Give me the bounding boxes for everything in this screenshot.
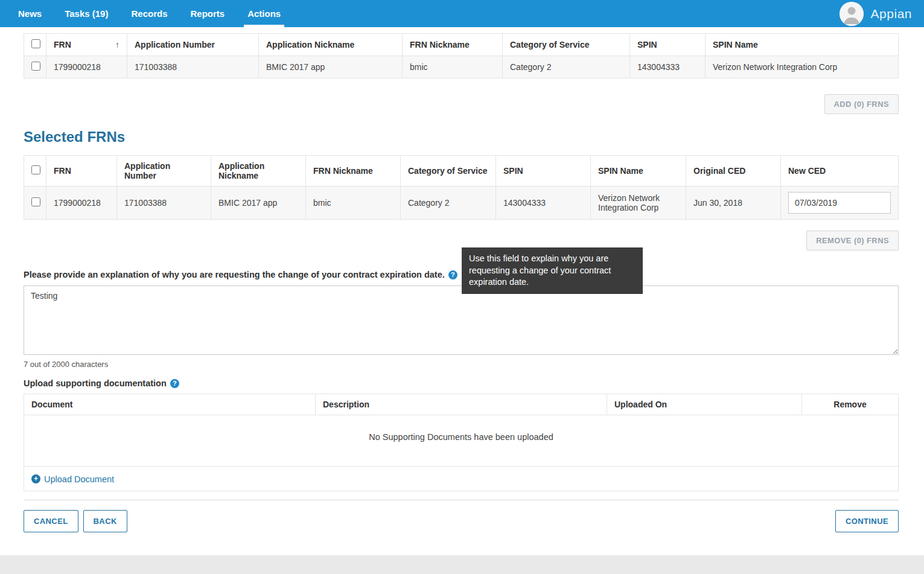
selected-header-frn: FRN: [46, 156, 117, 187]
nav-item-tasks[interactable]: Tasks (19): [61, 0, 112, 27]
results-cell-frn-nickname: bmic: [403, 56, 503, 78]
remove-frns-button[interactable]: REMOVE (0) FRNS: [806, 231, 899, 250]
results-cell-frn: 1799000218: [46, 56, 127, 78]
main-content: FRN ↑ Application Number Application Nic…: [0, 27, 924, 555]
selected-header-spin: SPIN: [496, 156, 591, 187]
selected-cell-spin-name: Verizon Network Integration Corp: [591, 187, 686, 220]
character-count: 7 out of 2000 characters: [24, 360, 899, 369]
documents-header-description: Description: [316, 394, 607, 415]
plus-icon: +: [31, 474, 40, 483]
selected-header-application-number: Application Number: [117, 156, 211, 187]
results-header-spin-name: SPIN Name: [706, 34, 899, 56]
selected-cell-spin: 143004333: [496, 187, 591, 220]
upload-documentation-label: Upload supporting documentation: [24, 378, 167, 388]
selected-cell-frn-nickname: bmic: [306, 187, 401, 220]
results-header-spin: SPIN: [630, 34, 706, 56]
selected-header-row: FRN Application Number Application Nickn…: [24, 156, 899, 187]
nav-item-records[interactable]: Records: [127, 0, 171, 27]
results-header-application-nickname: Application Nickname: [259, 34, 403, 56]
selected-select-all-checkbox[interactable]: [31, 165, 40, 174]
cancel-button[interactable]: CANCEL: [24, 510, 78, 532]
nav-item-news[interactable]: News: [14, 0, 45, 27]
upload-document-link[interactable]: + Upload Document: [31, 474, 114, 484]
results-select-all-checkbox[interactable]: [31, 39, 40, 48]
selected-cell-frn: 1799000218: [46, 187, 117, 220]
selected-row-checkbox[interactable]: [31, 197, 40, 206]
selected-cell-application-number: 171003388: [117, 187, 211, 220]
explanation-help-icon[interactable]: ?: [448, 270, 457, 279]
results-cell-category: Category 2: [503, 56, 630, 78]
selected-header-new-ced: New CED: [781, 156, 899, 187]
documents-header-row: Document Description Uploaded On Remove: [24, 394, 899, 415]
person-icon: [840, 2, 864, 26]
continue-button[interactable]: CONTINUE: [835, 510, 899, 532]
results-header-application-number: Application Number: [127, 34, 259, 56]
documents-header-uploaded-on: Uploaded On: [607, 394, 802, 415]
explanation-label: Please provide an explanation of why you…: [24, 270, 445, 279]
frn-header-label: FRN: [54, 40, 71, 49]
documents-header-remove: Remove: [802, 394, 899, 415]
selected-cell-category: Category 2: [401, 187, 496, 220]
explanation-textarea[interactable]: Testing: [24, 285, 899, 355]
nav-right: Appian: [840, 0, 912, 27]
no-documents-message: No Supporting Documents have been upload…: [24, 415, 899, 467]
documents-header-document: Document: [24, 394, 316, 415]
sort-ascending-icon[interactable]: ↑: [115, 40, 119, 49]
selected-frns-table: FRN Application Number Application Nickn…: [24, 155, 899, 220]
nav-items: News Tasks (19) Records Reports Actions: [14, 0, 300, 27]
appian-logo: Appian: [871, 7, 912, 21]
selected-header-spin-name: SPIN Name: [591, 156, 686, 187]
explanation-tooltip: Use this field to explain why you are re…: [462, 247, 643, 294]
results-cell-spin: 143004333: [630, 56, 706, 78]
results-header-row: FRN ↑ Application Number Application Nic…: [24, 34, 899, 56]
upload-document-label: Upload Document: [44, 474, 114, 484]
back-button[interactable]: BACK: [83, 510, 127, 532]
selected-header-frn-nickname: FRN Nickname: [306, 156, 401, 187]
results-cell-application-number: 171003388: [127, 56, 259, 78]
results-header-frn[interactable]: FRN ↑: [46, 34, 127, 56]
selected-header-original-ced: Original CED: [686, 156, 781, 187]
supporting-documents-table: Document Description Uploaded On Remove …: [24, 394, 899, 491]
nav-item-reports[interactable]: Reports: [186, 0, 228, 27]
results-row-checkbox[interactable]: [31, 62, 40, 71]
results-cell-spin-name: Verizon Network Integration Corp: [706, 56, 899, 78]
results-table-row: 1799000218 171003388 BMIC 2017 app bmic …: [24, 56, 899, 78]
selected-cell-application-nickname: BMIC 2017 app: [211, 187, 306, 220]
results-cell-application-nickname: BMIC 2017 app: [259, 56, 403, 78]
frn-search-results-table: FRN ↑ Application Number Application Nic…: [24, 33, 899, 78]
footer-button-bar: CANCEL BACK CONTINUE: [24, 510, 899, 532]
top-navigation: News Tasks (19) Records Reports Actions …: [0, 0, 924, 27]
results-header-category: Category of Service: [503, 34, 630, 56]
results-header-frn-nickname: FRN Nickname: [403, 34, 503, 56]
selected-cell-original-ced: Jun 30, 2018: [686, 187, 781, 220]
upload-help-icon[interactable]: ?: [170, 379, 179, 388]
selected-frns-heading: Selected FRNs: [24, 129, 899, 145]
explanation-section: Please provide an explanation of why you…: [24, 270, 899, 369]
upload-link-row: + Upload Document: [24, 467, 899, 491]
footer-divider: [24, 500, 899, 500]
nav-item-actions[interactable]: Actions: [244, 0, 284, 27]
add-frns-button[interactable]: ADD (0) FRNS: [824, 94, 899, 114]
selected-table-row: 1799000218 171003388 BMIC 2017 app bmic …: [24, 187, 899, 220]
documents-empty-row: No Supporting Documents have been upload…: [24, 415, 899, 467]
new-ced-input[interactable]: [788, 192, 891, 214]
selected-header-category: Category of Service: [401, 156, 496, 187]
user-avatar[interactable]: [840, 2, 864, 26]
selected-header-application-nickname: Application Nickname: [211, 156, 306, 187]
